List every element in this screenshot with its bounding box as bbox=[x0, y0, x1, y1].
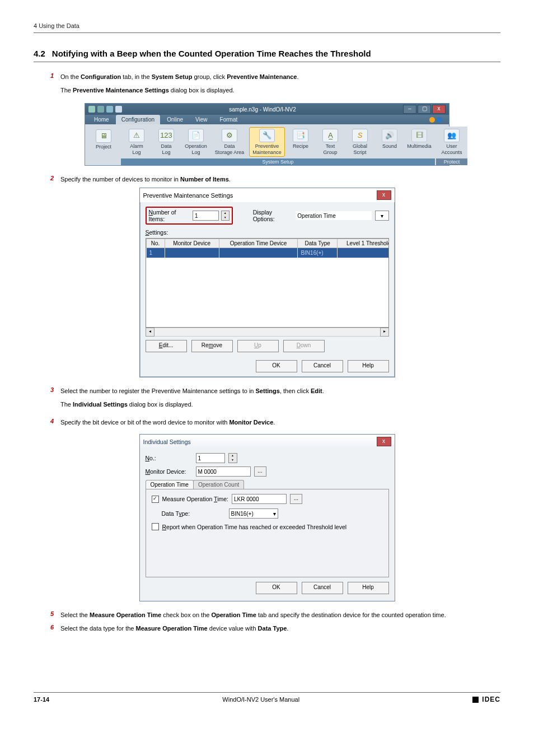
down-button[interactable]: Down bbox=[283, 340, 325, 352]
number-of-items-input[interactable]: 1 bbox=[193, 211, 219, 221]
tab-configuration[interactable]: Configuration bbox=[116, 115, 160, 124]
tab-format[interactable]: Format bbox=[214, 115, 243, 124]
spinner-down[interactable]: ▼ bbox=[229, 458, 237, 463]
step-2-number: 2 bbox=[50, 175, 60, 181]
spinner-up[interactable]: ▲ bbox=[222, 211, 229, 216]
text: The bbox=[60, 87, 73, 94]
no-input[interactable]: 1 bbox=[196, 453, 225, 463]
text-bold: Edit bbox=[311, 388, 322, 394]
display-options-dropdown[interactable]: ▾ bbox=[375, 211, 389, 221]
ribbon-user-accounts[interactable]: 👥User Accounts bbox=[438, 127, 466, 157]
step-1-substep: The Preventive Maintenance Settings dial… bbox=[34, 86, 500, 96]
col-operation-time-device[interactable]: Operation Time Device bbox=[219, 239, 298, 248]
help-button[interactable]: Help bbox=[348, 582, 389, 594]
text: . bbox=[322, 388, 324, 394]
ribbon-text-group[interactable]: A̲Text Group bbox=[316, 127, 344, 157]
close-button[interactable]: x bbox=[377, 437, 391, 446]
ok-button[interactable]: OK bbox=[256, 360, 297, 372]
scrollbar-track[interactable] bbox=[154, 328, 380, 337]
text-bold: Configuration bbox=[81, 73, 121, 80]
text: , then click bbox=[280, 388, 311, 394]
col-level1-threshold[interactable]: Level 1 Threshold bbox=[337, 239, 388, 248]
ribbon-data-log[interactable]: 123Data Log bbox=[152, 127, 180, 157]
measure-operation-time-input[interactable]: LKR 0000 bbox=[232, 494, 287, 504]
ribbon-data-storage[interactable]: ⚙Data Storage Area bbox=[212, 127, 247, 157]
qat-icon[interactable] bbox=[115, 106, 122, 113]
ribbon-alarm-log[interactable]: ⚠Alarm Log bbox=[123, 127, 151, 157]
display-options-value: Operation Time bbox=[296, 211, 372, 220]
cancel-button[interactable]: Cancel bbox=[302, 582, 343, 594]
measure-operation-time-checkbox[interactable]: ✓ bbox=[152, 496, 159, 503]
text-bold: Individual Settings bbox=[73, 401, 128, 408]
text: check box on the bbox=[161, 612, 211, 618]
maximize-button[interactable]: ▢ bbox=[418, 105, 431, 114]
monitor-device-browse-button[interactable]: ... bbox=[254, 466, 266, 477]
col-monitor-device[interactable]: Monitor Device bbox=[165, 239, 219, 248]
edit-button[interactable]: Edit... bbox=[146, 340, 187, 352]
step-3-substep: The Individual Settings dialog box is di… bbox=[34, 400, 500, 410]
step-1-number: 1 bbox=[50, 72, 60, 79]
running-header: 4 Using the Data bbox=[34, 22, 500, 29]
qat-icon[interactable] bbox=[97, 106, 104, 113]
report-threshold-label: Report when Operation Time has reached o… bbox=[162, 524, 347, 530]
ribbon-recipe[interactable]: 📑Recipe bbox=[287, 127, 315, 157]
ribbon-operation-log[interactable]: 📄Operation Log bbox=[182, 127, 210, 157]
measure-operation-time-browse-button[interactable]: ... bbox=[290, 494, 302, 504]
spinner-up[interactable]: ▲ bbox=[229, 454, 237, 458]
footer-manual-title: WindO/I-NV2 User's Manual bbox=[49, 696, 472, 703]
ribbon-project[interactable]: 🖥Project bbox=[90, 128, 118, 151]
number-of-items-highlight: NNumber of Items:umber of Items: 1 ▲▼ bbox=[146, 207, 233, 225]
text: . bbox=[287, 625, 288, 632]
settings-table[interactable]: No. Monitor Device Operation Time Device… bbox=[146, 238, 389, 328]
qat-icon[interactable] bbox=[106, 106, 113, 113]
help-button[interactable]: Help bbox=[348, 360, 389, 372]
no-label: No.: bbox=[146, 455, 193, 461]
ribbon-preventive-maintenance[interactable]: 🔧Preventive Maintenance bbox=[249, 127, 285, 157]
step-3-number: 3 bbox=[50, 386, 60, 393]
tab-operation-time[interactable]: Operation Time bbox=[146, 480, 194, 489]
cancel-button[interactable]: Cancel bbox=[302, 360, 343, 372]
text: group, click bbox=[192, 73, 227, 80]
ribbon-label: Sound bbox=[382, 143, 397, 149]
ribbon-group-system-setup: System Setup bbox=[121, 158, 435, 165]
ribbon-label: Alarm Log bbox=[130, 143, 143, 155]
ok-button[interactable]: OK bbox=[256, 582, 297, 594]
close-button[interactable]: x bbox=[432, 105, 446, 114]
scroll-right[interactable]: ▸ bbox=[380, 328, 389, 337]
style-icon[interactable] bbox=[429, 117, 435, 123]
col-no[interactable]: No. bbox=[146, 239, 165, 248]
spinner-down[interactable]: ▼ bbox=[222, 216, 229, 220]
text: Select the data type for the bbox=[60, 625, 136, 632]
step-2-text: Specify the number of devices to monitor… bbox=[60, 175, 500, 185]
tab-operation-count[interactable]: Operation Count bbox=[193, 480, 244, 489]
ribbon-window: sample.n3g - WindO/I-NV2 – ▢ x Home Conf… bbox=[85, 103, 449, 166]
report-threshold-checkbox[interactable] bbox=[152, 523, 159, 530]
spinner[interactable]: ▲▼ bbox=[221, 211, 229, 221]
minimize-button[interactable]: – bbox=[403, 105, 416, 114]
col-data-type[interactable]: Data Type bbox=[298, 239, 337, 248]
tab-online[interactable]: Online bbox=[161, 115, 189, 124]
close-button[interactable]: x bbox=[377, 190, 391, 200]
help-icon[interactable] bbox=[437, 117, 442, 123]
table-row[interactable]: 1 BIN16(+) bbox=[146, 248, 389, 258]
ribbon-sound[interactable]: 🔊Sound bbox=[376, 127, 404, 157]
page-number: 17-14 bbox=[34, 696, 49, 703]
text-bold: Preventive Maintenance Settings bbox=[73, 87, 169, 94]
remove-button[interactable]: Remove bbox=[191, 340, 233, 352]
ribbon-label: Operation Log bbox=[185, 143, 207, 155]
scroll-left[interactable]: ◂ bbox=[146, 328, 154, 337]
text: . bbox=[229, 176, 231, 183]
tab-home[interactable]: Home bbox=[88, 115, 115, 124]
text: Specify the number of devices to monitor… bbox=[60, 176, 180, 183]
ribbon-multimedia[interactable]: 🎞Multimedia bbox=[405, 127, 433, 157]
text: Select the bbox=[60, 612, 90, 618]
data-type-dropdown[interactable]: BIN16(+)▾ bbox=[229, 508, 278, 519]
cell-no: 1 bbox=[146, 248, 165, 258]
monitor-device-input[interactable]: M 0000 bbox=[196, 466, 251, 477]
up-button[interactable]: Up bbox=[237, 340, 279, 352]
tab-view[interactable]: View bbox=[190, 115, 213, 124]
ribbon-global-script[interactable]: SGlobal Script bbox=[346, 127, 374, 157]
text: . bbox=[273, 419, 275, 426]
spinner[interactable]: ▲▼ bbox=[228, 453, 237, 463]
page-footer: 17-14 WindO/I-NV2 User's Manual IDEC bbox=[34, 692, 500, 703]
